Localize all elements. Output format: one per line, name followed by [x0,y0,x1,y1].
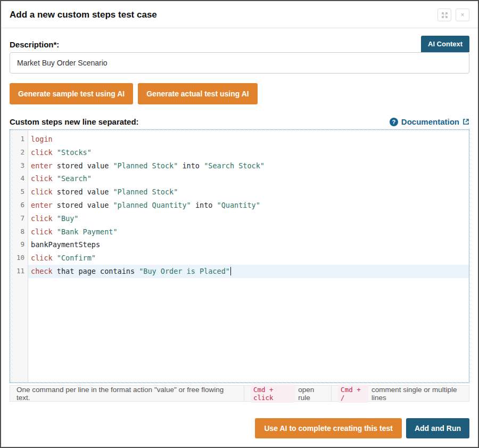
description-label: Description*: [10,40,59,52]
expand-icon [442,12,448,18]
code-line[interactable]: click "Stocks" [28,146,469,159]
line-number: 1 [10,133,28,146]
modal-footer: Use AI to complete creating this test Ad… [1,410,478,447]
comment-hint: Cmd + / comment single or multiple lines [332,386,469,401]
use-ai-complete-button[interactable]: Use AI to complete creating this test [255,418,401,438]
expand-button[interactable] [437,9,451,21]
text-cursor [230,267,231,275]
cmd-slash-shortcut: Cmd + / [338,385,368,403]
generate-sample-test-button[interactable]: Generate sample test using AI [10,83,133,104]
close-button[interactable]: × [456,9,469,21]
code-line[interactable]: click "Search" [28,172,469,185]
close-icon: × [460,11,464,19]
description-row: Description*: AI Context [10,36,469,52]
code-line[interactable]: click "Confirm" [28,251,469,265]
line-number: 5 [10,185,28,199]
code-line[interactable]: check that page contains "Buy Order is P… [28,265,469,278]
line-number: 3 [10,159,28,173]
ai-context-button[interactable]: AI Context [421,36,469,52]
page-title: Add a new custom steps test case [10,10,157,20]
code-line[interactable]: login [28,133,469,146]
code-line[interactable]: bankPaymentSteps [28,238,469,251]
line-number: 2 [10,146,28,159]
question-circle-icon: ? [390,118,398,126]
documentation-link-label: Documentation [401,117,459,126]
custom-steps-header-row: Custom steps new line separated: ? Docum… [10,117,469,126]
external-link-icon [463,118,469,125]
line-number: 11 [10,265,28,278]
open-rule-hint: Cmd + click open rule [244,386,332,401]
generate-actual-test-button[interactable]: Generate actual test using AI [138,83,257,104]
description-input[interactable] [10,52,469,74]
modal-body: Description*: AI Context Generate sample… [1,28,478,410]
line-number-gutter: 1234567891011 [10,130,28,382]
code-line[interactable]: enter stored value "Planned Stock" into … [28,159,469,173]
add-test-case-modal: Add a new custom steps test case × Descr… [0,0,479,448]
cmd-click-shortcut: Cmd + click [251,385,295,403]
line-number: 4 [10,172,28,185]
code-area[interactable]: loginclick "Stocks"enter stored value "P… [28,130,469,382]
documentation-link[interactable]: ? Documentation [390,117,469,126]
add-and-run-button[interactable]: Add and Run [406,418,469,438]
editor-hint-bar: One command per line in the format actio… [10,385,469,402]
format-hint: One command per line in the format actio… [10,386,244,401]
line-number: 9 [10,238,28,251]
generate-buttons-row: Generate sample test using AI Generate a… [10,83,469,104]
code-line[interactable]: click "Buy" [28,212,469,225]
window-controls: × [437,9,469,21]
code-line[interactable]: click "Bank Payment" [28,225,469,239]
custom-steps-editor[interactable]: 1234567891011 loginclick "Stocks"enter s… [10,129,469,383]
custom-steps-label: Custom steps new line separated: [10,117,139,126]
line-number: 7 [10,212,28,225]
line-number: 6 [10,199,28,212]
line-number: 10 [10,251,28,265]
code-line[interactable]: enter stored value "planned Quantity" in… [28,199,469,212]
modal-header: Add a new custom steps test case × [1,1,478,28]
line-number: 8 [10,225,28,239]
code-line[interactable]: click stored value "Planned Stock" [28,185,469,199]
comment-hint-text: comment single or multiple lines [371,386,463,402]
open-rule-text: open rule [298,386,325,402]
